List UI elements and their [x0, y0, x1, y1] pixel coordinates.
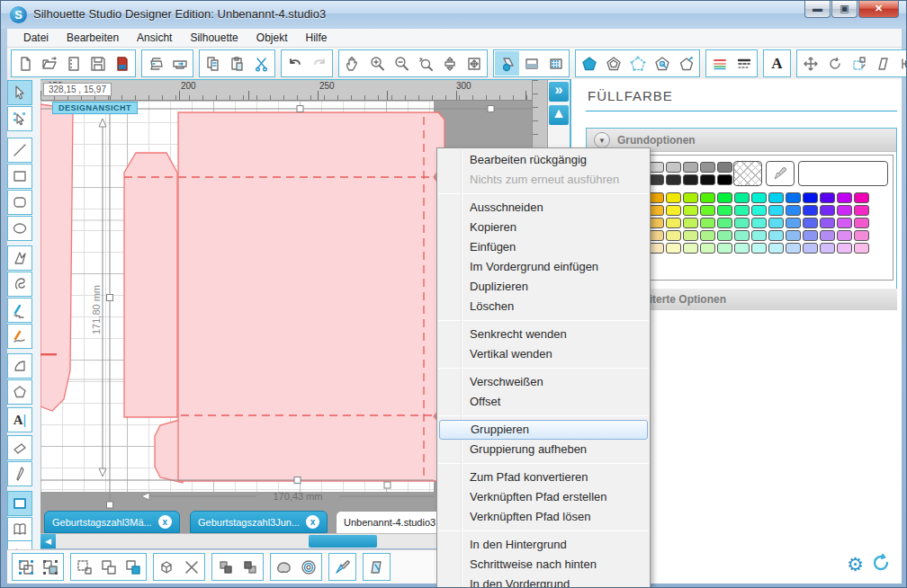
color-swatch[interactable]	[751, 218, 767, 228]
library-button[interactable]	[7, 517, 32, 542]
color-swatch[interactable]	[649, 205, 664, 216]
color-swatch[interactable]	[734, 243, 750, 254]
color-picker-swatch[interactable]	[766, 161, 795, 186]
context-item-bearbeiten-r-ckg-ngig[interactable]: Bearbeiten rückgängig	[437, 150, 650, 170]
color-swatch[interactable]	[717, 230, 732, 241]
color-swatch[interactable]	[666, 218, 681, 228]
menu-bearbeiten[interactable]: Bearbeiten	[58, 30, 128, 46]
line-style-panel-button[interactable]	[732, 51, 756, 76]
curve-tool[interactable]	[7, 272, 32, 297]
color-swatch[interactable]	[786, 192, 801, 203]
line-color-panel-button[interactable]	[707, 51, 732, 76]
color-swatch[interactable]	[683, 243, 698, 254]
color-swatch[interactable]	[803, 243, 818, 254]
send-to-silhouette-button[interactable]	[167, 51, 192, 76]
color-swatch[interactable]	[649, 162, 664, 173]
context-item-senkrecht-wenden[interactable]: Senkrecht wenden	[437, 325, 650, 344]
color-swatch[interactable]	[837, 192, 852, 203]
spacing-button[interactable]	[895, 51, 907, 76]
color-swatch[interactable]	[786, 230, 801, 241]
point-edit-tool[interactable]	[7, 106, 32, 131]
sync-icon[interactable]	[870, 552, 892, 577]
shear-button[interactable]	[871, 51, 895, 76]
context-item-kopieren[interactable]: Kopieren	[437, 218, 650, 237]
mirror-button[interactable]	[364, 555, 389, 579]
color-swatch[interactable]	[820, 230, 835, 241]
menu-ansicht[interactable]: Ansicht	[128, 30, 181, 46]
fill-pattern-panel-button[interactable]	[543, 51, 568, 76]
bring-forward-button[interactable]	[213, 555, 238, 579]
transparent-swatch[interactable]	[733, 161, 762, 186]
fit-to-page-button[interactable]	[462, 51, 486, 76]
zoom-in-button[interactable]	[364, 51, 389, 76]
rectangle-tool[interactable]	[7, 164, 32, 189]
color-swatch[interactable]	[700, 162, 715, 173]
menu-objekt[interactable]: Objekt	[247, 30, 297, 46]
context-item-gruppieren[interactable]: Gruppieren	[439, 420, 648, 440]
color-swatch[interactable]	[717, 192, 732, 203]
color-swatch[interactable]	[768, 218, 784, 228]
left-panel-sliver[interactable]	[40, 104, 73, 411]
color-swatch[interactable]	[786, 218, 801, 228]
title-bar[interactable]: S Silhouette Studio Designer Edition: Un…	[1, 1, 906, 29]
weld-button[interactable]	[155, 555, 179, 579]
color-swatch[interactable]	[734, 192, 750, 203]
line-tool[interactable]	[7, 138, 32, 163]
context-item-l-schen[interactable]: Löschen	[437, 297, 650, 316]
send-backward-button[interactable]	[238, 555, 262, 579]
context-item-zum-pfad-konvertieren[interactable]: Zum Pfad konvertieren	[437, 468, 650, 487]
color-swatch[interactable]	[666, 192, 681, 203]
undo-button[interactable]	[283, 51, 307, 76]
context-item-vertikal-wenden[interactable]: Vertikal wenden	[437, 344, 650, 364]
context-item-ausschneiden[interactable]: Ausschneiden	[437, 198, 650, 218]
color-swatch[interactable]	[717, 162, 732, 173]
tab-close-button[interactable]: x	[158, 515, 172, 529]
color-swatch[interactable]	[837, 230, 852, 241]
ellipse-tool[interactable]	[7, 216, 32, 241]
color-swatch[interactable]	[751, 192, 767, 203]
main-panel[interactable]	[178, 112, 445, 481]
group-button[interactable]	[13, 555, 38, 579]
color-swatch[interactable]	[803, 218, 818, 228]
color-swatch[interactable]	[700, 243, 715, 254]
eraser-tool[interactable]	[7, 435, 32, 460]
collapse-section-button[interactable]: ▼	[594, 132, 610, 148]
color-swatch[interactable]	[768, 230, 784, 241]
polygon-tool[interactable]	[7, 245, 32, 271]
menu-hilfe[interactable]: Hilfe	[296, 30, 336, 46]
color-swatch[interactable]	[786, 205, 801, 216]
design-view-button[interactable]	[7, 491, 32, 516]
delete-button[interactable]	[179, 555, 203, 579]
knife-tool[interactable]	[7, 461, 32, 486]
color-swatch[interactable]	[683, 192, 698, 203]
color-swatch[interactable]	[700, 205, 715, 216]
color-swatch[interactable]	[768, 243, 784, 254]
context-item-in-den-vordergrund[interactable]: In den Vordergrund	[437, 575, 650, 588]
rounded-rectangle-tool[interactable]	[7, 190, 32, 215]
color-swatch[interactable]	[717, 243, 732, 254]
context-item-verschwei-en[interactable]: Verschweißen	[437, 372, 650, 392]
zoom-out-button[interactable]	[389, 51, 413, 76]
context-item-verkn-pften-pfad-l-sen[interactable]: Verknüpften Pfad lösen	[437, 507, 650, 527]
color-swatch[interactable]	[751, 243, 767, 254]
cut-button[interactable]	[249, 51, 274, 76]
color-swatch[interactable]	[683, 205, 698, 216]
open-library-button[interactable]	[61, 51, 85, 76]
color-swatch[interactable]	[700, 230, 715, 241]
color-swatch[interactable]	[768, 192, 784, 203]
document-tab[interactable]: Geburtstagszahl3Jun...x	[190, 511, 328, 533]
print-button[interactable]	[143, 51, 167, 76]
pan-tool-button[interactable]	[340, 51, 364, 76]
select-tool[interactable]	[7, 80, 32, 105]
color-swatch[interactable]	[683, 162, 698, 173]
color-swatch[interactable]	[649, 230, 664, 241]
regular-polygon-tool[interactable]	[7, 379, 32, 405]
text-tool[interactable]: A|	[7, 407, 32, 432]
color-swatch[interactable]	[666, 174, 681, 185]
color-swatch[interactable]	[820, 218, 835, 228]
color-swatch[interactable]	[700, 174, 715, 185]
line-effects-panel-button[interactable]	[601, 51, 625, 76]
fill-gradient-panel-button[interactable]	[519, 51, 543, 76]
glue-flap[interactable]	[124, 153, 177, 417]
color-swatch[interactable]	[751, 205, 767, 216]
